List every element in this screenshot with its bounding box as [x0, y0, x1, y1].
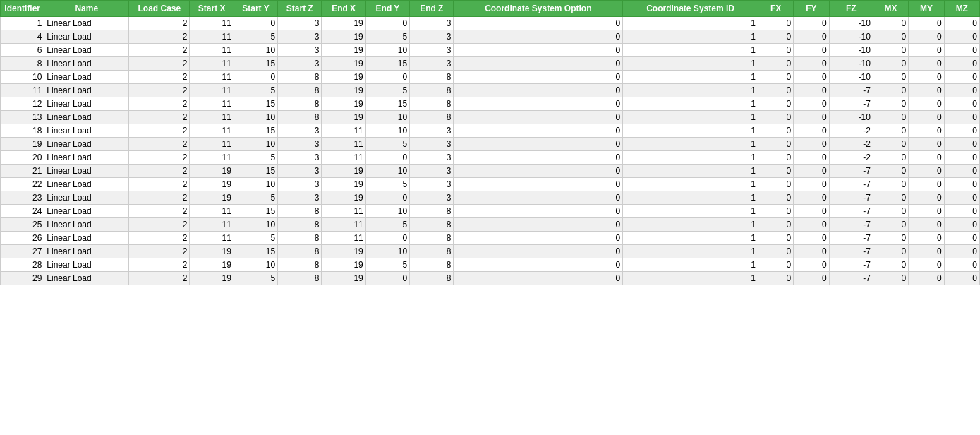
cell-fz: -2	[829, 151, 873, 165]
cell-fz: -10	[829, 44, 873, 57]
cell-mz: 0	[944, 30, 979, 44]
cell-sy: 10	[234, 218, 277, 232]
cell-sy: 15	[234, 97, 277, 111]
cell-ex: 19	[322, 245, 365, 258]
cell-sy: 5	[234, 232, 277, 245]
cell-ex: 19	[322, 272, 365, 285]
cell-id: 6	[1, 44, 44, 57]
cell-ez: 3	[410, 191, 454, 205]
cell-csid: 1	[623, 165, 758, 178]
cell-cso: 0	[454, 84, 623, 97]
cell-cso: 0	[454, 17, 623, 30]
cell-sx: 11	[190, 84, 234, 97]
column-header-cso: Coordinate System Option	[454, 1, 623, 17]
cell-id: 20	[1, 151, 44, 165]
cell-mx: 0	[873, 178, 908, 191]
cell-sy: 15	[234, 205, 277, 218]
cell-lc: 2	[129, 30, 190, 44]
cell-fy: 0	[794, 44, 829, 57]
cell-sz: 3	[278, 30, 322, 44]
cell-cso: 0	[454, 124, 623, 138]
cell-cso: 0	[454, 232, 623, 245]
table-row: 11Linear Load2115819580100-7000	[1, 84, 980, 97]
cell-fx: 0	[758, 71, 793, 84]
cell-csid: 1	[623, 151, 758, 165]
cell-sy: 0	[234, 17, 277, 30]
cell-sz: 8	[278, 218, 322, 232]
cell-sy: 5	[234, 272, 277, 285]
cell-sz: 3	[278, 191, 322, 205]
cell-my: 0	[909, 191, 944, 205]
column-header-sy: Start Y	[234, 1, 277, 17]
cell-my: 0	[909, 151, 944, 165]
cell-sz: 3	[278, 165, 322, 178]
cell-cso: 0	[454, 71, 623, 84]
cell-id: 8	[1, 57, 44, 71]
cell-fx: 0	[758, 178, 793, 191]
column-header-lc: Load Case	[129, 1, 190, 17]
cell-fz: -10	[829, 71, 873, 84]
cell-ez: 8	[410, 71, 454, 84]
table-row: 20Linear Load2115311030100-2000	[1, 151, 980, 165]
cell-cso: 0	[454, 111, 623, 124]
cell-fz: -7	[829, 258, 873, 272]
cell-fy: 0	[794, 178, 829, 191]
cell-sz: 3	[278, 178, 322, 191]
cell-cso: 0	[454, 258, 623, 272]
cell-ez: 8	[410, 245, 454, 258]
cell-csid: 1	[623, 97, 758, 111]
cell-name: Linear Load	[44, 111, 129, 124]
cell-fx: 0	[758, 258, 793, 272]
cell-mz: 0	[944, 151, 979, 165]
cell-ez: 8	[410, 232, 454, 245]
cell-ez: 8	[410, 205, 454, 218]
table-row: 27Linear Load219158191080100-7000	[1, 245, 980, 258]
cell-name: Linear Load	[44, 272, 129, 285]
cell-mz: 0	[944, 97, 979, 111]
cell-fz: -7	[829, 97, 873, 111]
cell-fz: -10	[829, 30, 873, 44]
column-header-fx: FX	[758, 1, 793, 17]
column-header-id: Identifier	[1, 1, 44, 17]
cell-fy: 0	[794, 245, 829, 258]
cell-sz: 3	[278, 57, 322, 71]
cell-name: Linear Load	[44, 178, 129, 191]
cell-sz: 8	[278, 232, 322, 245]
cell-name: Linear Load	[44, 71, 129, 84]
cell-sz: 8	[278, 84, 322, 97]
column-header-ex: End X	[322, 1, 365, 17]
cell-mx: 0	[873, 151, 908, 165]
cell-fx: 0	[758, 191, 793, 205]
cell-ex: 11	[322, 124, 365, 138]
cell-my: 0	[909, 205, 944, 218]
cell-ez: 3	[410, 17, 454, 30]
cell-csid: 1	[623, 57, 758, 71]
cell-id: 28	[1, 258, 44, 272]
cell-cso: 0	[454, 151, 623, 165]
cell-fx: 0	[758, 151, 793, 165]
cell-mx: 0	[873, 191, 908, 205]
cell-csid: 1	[623, 218, 758, 232]
cell-sx: 11	[190, 138, 234, 151]
cell-csid: 1	[623, 44, 758, 57]
cell-ey: 10	[365, 44, 409, 57]
cell-ex: 19	[322, 258, 365, 272]
cell-sx: 11	[190, 97, 234, 111]
column-header-sx: Start X	[190, 1, 234, 17]
cell-sy: 10	[234, 111, 277, 124]
table-header-row: IdentifierNameLoad CaseStart XStart YSta…	[1, 1, 980, 17]
cell-mz: 0	[944, 44, 979, 57]
cell-csid: 1	[623, 124, 758, 138]
cell-fz: -7	[829, 245, 873, 258]
cell-mx: 0	[873, 84, 908, 97]
cell-mx: 0	[873, 30, 908, 44]
table-row: 6Linear Load211103191030100-10000	[1, 44, 980, 57]
cell-fy: 0	[794, 272, 829, 285]
cell-fz: -10	[829, 17, 873, 30]
cell-id: 24	[1, 205, 44, 218]
cell-ex: 11	[322, 205, 365, 218]
cell-ey: 0	[365, 272, 409, 285]
cell-mz: 0	[944, 111, 979, 124]
cell-my: 0	[909, 17, 944, 30]
cell-ez: 8	[410, 258, 454, 272]
